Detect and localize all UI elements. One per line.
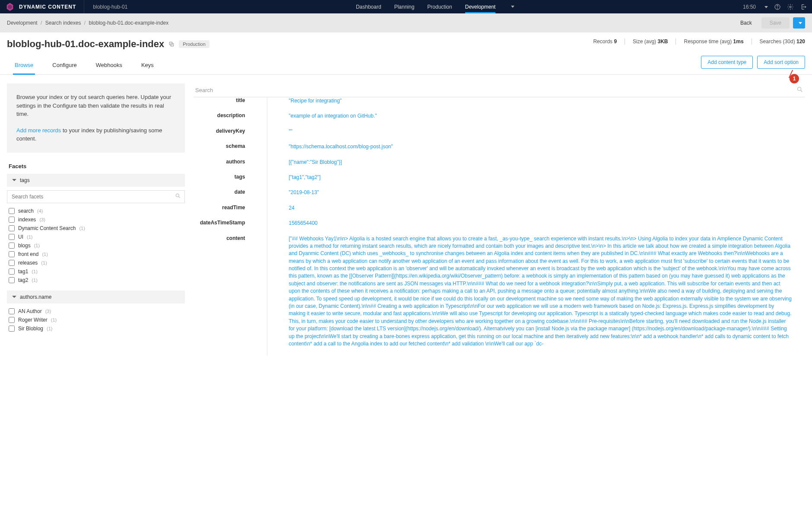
svg-point-7 <box>176 194 179 197</box>
brand-label: DYNAMIC CONTENT <box>19 4 76 10</box>
facet-item[interactable]: Sir Bloblog(1) <box>9 324 185 333</box>
facet-count: (3) <box>45 309 51 314</box>
facet-checkbox[interactable] <box>9 317 15 323</box>
facet-count: (1) <box>32 278 37 283</box>
env-badge: Production <box>179 40 209 48</box>
facet-item[interactable]: blogs(1) <box>9 241 185 250</box>
add-more-records-link[interactable]: Add more records <box>16 127 61 134</box>
nav-production[interactable]: Production <box>427 0 452 13</box>
browse-info-box: Browse your index or try out search quer… <box>7 83 185 153</box>
svg-point-9 <box>798 87 801 91</box>
search-icon[interactable] <box>796 86 803 94</box>
facet-count: (3) <box>39 217 45 222</box>
crumb-development[interactable]: Development <box>7 20 38 26</box>
facet-count: (1) <box>32 269 37 274</box>
facet-count: (1) <box>47 326 52 331</box>
facet-search[interactable] <box>7 190 185 203</box>
facet-label: AN Author <box>18 308 42 314</box>
search-row <box>193 83 805 97</box>
breadcrumb: Development / Search indexes / bloblog-h… <box>7 20 168 26</box>
record-table: title"Recipe for integrating"description… <box>193 97 805 355</box>
facet-search-input[interactable] <box>7 191 175 203</box>
crumb-search-indexes[interactable]: Search indexes <box>45 20 81 26</box>
facet-checkbox[interactable] <box>9 217 15 223</box>
save-button: Save <box>761 17 790 29</box>
record-field-label: title <box>193 97 267 112</box>
chevron-down-icon <box>12 296 16 298</box>
facet-item[interactable]: tag2(1) <box>9 276 185 284</box>
index-stats: Records 9 Size (avg) 3KB Response time (… <box>593 38 805 45</box>
record-field-value: [{"name":"Sir Bloblog"}] <box>267 159 805 174</box>
clock: 16:50 <box>743 4 756 10</box>
add-sort-option-button[interactable]: Add sort option <box>757 56 805 69</box>
logout-icon[interactable] <box>800 3 807 10</box>
add-content-type-button[interactable]: Add content type <box>701 56 753 69</box>
copy-icon[interactable] <box>168 41 174 47</box>
nav-planning[interactable]: Planning <box>394 0 415 13</box>
search-input[interactable] <box>195 87 796 93</box>
facet-checkbox[interactable] <box>9 260 15 266</box>
help-icon[interactable] <box>774 3 781 10</box>
record-field-label: dateAsTimeStamp <box>193 220 267 235</box>
facet-item[interactable]: front end(1) <box>9 250 185 259</box>
record-field-label: description <box>193 112 267 128</box>
record-field-value: "2019-08-13" <box>267 189 805 204</box>
facets-title: Facets <box>9 163 185 169</box>
facet-checkbox[interactable] <box>9 234 15 240</box>
facet-checkbox[interactable] <box>9 308 15 314</box>
facet-count: (4) <box>37 208 43 214</box>
facet-checkbox[interactable] <box>9 251 15 257</box>
save-dropdown-button[interactable] <box>793 17 805 29</box>
facet-checkbox[interactable] <box>9 277 15 283</box>
facet-item[interactable]: indexes(3) <box>9 215 185 224</box>
record-field-label: readTime <box>193 204 267 220</box>
svg-point-3 <box>777 8 777 8</box>
facet-count: (1) <box>42 252 48 257</box>
facet-item[interactable]: tag1(1) <box>9 267 185 276</box>
record-field-label: date <box>193 189 267 204</box>
record-field-value: 24 <box>267 204 805 220</box>
facet-checkbox[interactable] <box>9 268 15 275</box>
facet-count: (1) <box>79 226 85 231</box>
nav-dashboard[interactable]: Dashboard <box>356 0 381 13</box>
record-field-value: 1565654400 <box>267 220 805 235</box>
facet-item[interactable]: AN Author(3) <box>9 307 185 316</box>
svg-line-10 <box>801 90 802 92</box>
hub-name[interactable]: bloblog-hub-01 <box>84 0 127 13</box>
record-field-label: authors <box>193 159 267 174</box>
facet-label: UI <box>18 234 23 240</box>
facet-item[interactable]: Dynamic Content Search(1) <box>9 224 185 233</box>
record-field-value: "example of an integration on GitHub." <box>267 112 805 128</box>
facet-item[interactable]: Roger Writer(1) <box>9 316 185 324</box>
facet-count: (1) <box>51 317 57 323</box>
facet-group-authors[interactable]: authors.name <box>7 291 185 304</box>
clock-dropdown[interactable] <box>762 4 768 10</box>
facet-checkbox[interactable] <box>9 225 15 231</box>
record-field-label: tags <box>193 174 267 189</box>
facet-checkbox[interactable] <box>9 326 15 332</box>
nav-development[interactable]: Development <box>465 0 496 13</box>
chevron-down-icon <box>799 22 802 24</box>
facet-item[interactable]: UI(1) <box>9 233 185 241</box>
callout-marker: 1 <box>790 74 799 83</box>
search-icon[interactable] <box>175 193 184 200</box>
top-nav: DYNAMIC CONTENT bloblog-hub-01 Dashboard… <box>0 0 812 13</box>
facet-label: releases <box>18 260 38 266</box>
facet-label: search <box>18 208 34 214</box>
facet-item[interactable]: search(4) <box>9 207 185 215</box>
facet-checkbox[interactable] <box>9 208 15 214</box>
facet-count: (1) <box>41 260 47 265</box>
breadcrumb-bar: Development / Search indexes / bloblog-h… <box>0 13 812 32</box>
facet-group-tags[interactable]: tags <box>7 174 185 187</box>
facet-label: tag1 <box>18 268 28 275</box>
facet-item[interactable]: releases(1) <box>9 259 185 267</box>
chevron-down-icon <box>511 6 514 8</box>
facet-checkbox[interactable] <box>9 243 15 249</box>
nav-more[interactable] <box>508 0 514 13</box>
svg-line-8 <box>179 197 180 198</box>
gear-icon[interactable] <box>787 3 794 10</box>
back-button[interactable]: Back <box>734 17 758 29</box>
record-field-label: schema <box>193 143 267 158</box>
record-field-value: ["## Webhooks Yay1\n\n> Algolia is a hos… <box>267 235 805 356</box>
record-field-value: ["tag1","tag2"] <box>267 174 805 189</box>
